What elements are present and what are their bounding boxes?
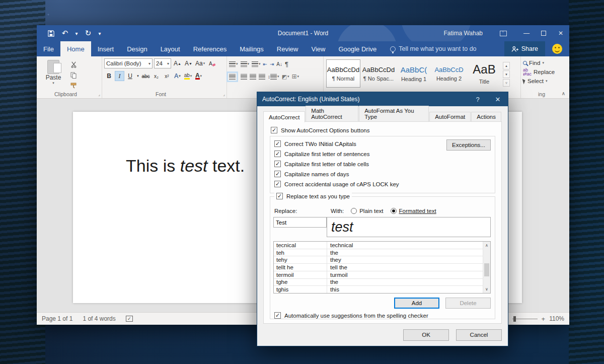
tab-insert[interactable]: Insert xyxy=(91,41,121,56)
subscript-button[interactable]: x₂ xyxy=(152,71,161,81)
change-case-button[interactable]: Aa▾ xyxy=(195,58,205,68)
checkbox-replace-as-you-type[interactable]: ✓ Replace text as you type xyxy=(274,193,352,199)
find-dropdown-icon[interactable]: ▾ xyxy=(542,61,544,65)
select-dropdown-icon[interactable]: ▾ xyxy=(546,79,548,83)
find-button[interactable]: Find ▾ xyxy=(523,58,567,67)
styles-scroll-down-icon[interactable]: ▾ xyxy=(503,70,510,78)
show-paragraph-marks-button[interactable]: ¶ xyxy=(285,60,288,68)
tab-references[interactable]: References xyxy=(187,41,233,56)
page-indicator[interactable]: Page 1 of 1 xyxy=(37,315,78,322)
bullets-button[interactable]: ▾ xyxy=(229,61,238,67)
checkbox-caps-lock[interactable]: ✓ Correct accidental usage of cAPS LOCK … xyxy=(274,181,399,187)
radio-plain-text[interactable]: Plain text xyxy=(351,208,383,214)
replace-button[interactable]: ab⇄ac Replace xyxy=(523,67,567,77)
tell-me-box[interactable]: Tell me what you want to do xyxy=(383,41,483,56)
add-button[interactable]: Add xyxy=(394,298,439,309)
line-spacing-button[interactable]: ↕▾ xyxy=(268,74,279,80)
underline-dropdown-icon[interactable]: ▾ xyxy=(136,71,140,81)
format-painter-icon[interactable] xyxy=(68,81,79,90)
font-size-dropdown-icon[interactable]: ▾ xyxy=(167,61,169,66)
styles-gallery-more-icon[interactable]: ▿ xyxy=(503,79,510,87)
dialog-help-button[interactable]: ? xyxy=(468,92,488,106)
paste-button[interactable]: Paste ▾ xyxy=(39,58,68,90)
font-dialog-launcher-icon[interactable]: ⌟ xyxy=(223,92,225,97)
scroll-up-icon[interactable]: ∧ xyxy=(483,242,490,249)
smiley-feedback-icon[interactable] xyxy=(552,44,562,54)
align-right-button[interactable] xyxy=(250,74,256,80)
tab-math-autocorrect[interactable]: Math AutoCorrect xyxy=(306,106,358,122)
tab-home[interactable]: Home xyxy=(60,41,91,56)
replacement-list[interactable]: tecnicaltechnical tehthe tehythey tellt … xyxy=(273,241,491,294)
ribbon-display-options-icon[interactable] xyxy=(495,25,512,41)
minimize-button[interactable]: — xyxy=(518,25,535,41)
radio-formatted-text[interactable]: Formatted text xyxy=(391,208,436,214)
proofing-status-icon[interactable]: ✓ xyxy=(121,316,138,322)
grow-font-button[interactable]: A▲ xyxy=(173,58,182,68)
replace-input[interactable] xyxy=(273,217,327,228)
checkbox-two-initial-capitals[interactable]: ✓ Correct TWo INitial CApitals xyxy=(274,140,356,147)
tab-autocorrect[interactable]: AutoCorrect xyxy=(263,111,305,122)
scrollbar-thumb[interactable] xyxy=(484,263,489,276)
zoom-in-icon[interactable]: + xyxy=(542,315,546,323)
close-button[interactable]: ✕ xyxy=(552,25,569,41)
font-name-dropdown-icon[interactable]: ▾ xyxy=(148,61,150,66)
style-heading-2[interactable]: AaBbCcD Heading 2 xyxy=(432,59,466,88)
checkbox-capitalize-sentences[interactable]: ✓ Capitalize first letter of sentences xyxy=(274,151,369,157)
delete-button[interactable]: Delete xyxy=(445,298,491,309)
tab-mailings[interactable]: Mailings xyxy=(233,41,270,56)
superscript-button[interactable]: x² xyxy=(162,71,172,81)
undo-dropdown-icon[interactable]: ▾ xyxy=(73,28,80,39)
italic-button[interactable]: I xyxy=(115,71,124,81)
maximize-button[interactable] xyxy=(535,25,552,41)
zoom-slider[interactable] xyxy=(512,319,538,319)
word-count[interactable]: 1 of 4 words xyxy=(78,315,120,322)
checkbox-capitalize-table-cells[interactable]: ✓ Capitalize first letter of table cells xyxy=(274,161,369,167)
borders-button[interactable]: ⊞▾ xyxy=(291,73,299,80)
justify-button[interactable] xyxy=(259,74,265,80)
style-title[interactable]: AaB Title xyxy=(467,59,501,88)
shrink-font-button[interactable]: A▼ xyxy=(184,58,193,68)
checkbox-show-options[interactable]: ✓ Show AutoCorrect Options buttons xyxy=(271,127,369,133)
tab-layout[interactable]: Layout xyxy=(154,41,187,56)
align-center-button[interactable] xyxy=(241,74,247,80)
tab-design[interactable]: Design xyxy=(120,41,154,56)
list-scrollbar[interactable]: ∧ ∨ xyxy=(483,242,490,293)
scroll-down-icon[interactable]: ∨ xyxy=(483,285,490,293)
copy-icon[interactable] xyxy=(68,71,79,80)
tab-google-drive[interactable]: Google Drive xyxy=(332,41,383,56)
tab-file[interactable]: File xyxy=(37,41,60,56)
clear-formatting-button[interactable]: A xyxy=(207,58,216,68)
style-normal[interactable]: AaBbCcDd ¶ Normal xyxy=(326,59,360,88)
bold-button[interactable]: B xyxy=(104,71,114,81)
tab-actions[interactable]: Actions xyxy=(471,112,501,122)
exceptions-button[interactable]: Exceptions... xyxy=(446,139,491,151)
checkbox-capitalize-days[interactable]: ✓ Capitalize names of days xyxy=(274,171,349,177)
styles-scroll-up-icon[interactable]: ▴ xyxy=(503,62,510,69)
zoom-level[interactable]: 110% xyxy=(549,315,564,322)
dialog-close-button[interactable]: ✕ xyxy=(488,92,508,106)
numbering-button[interactable]: ▾ xyxy=(241,61,250,67)
decrease-indent-button[interactable]: ⇤ xyxy=(263,61,267,67)
highlight-color-button[interactable]: ab▾ xyxy=(183,71,193,81)
undo-icon[interactable]: ↶ xyxy=(59,28,71,39)
text-effects-button[interactable]: A▾ xyxy=(173,71,182,81)
cancel-button[interactable]: Cancel xyxy=(456,329,502,341)
font-color-button[interactable]: A▾ xyxy=(194,71,203,81)
paste-dropdown-icon[interactable]: ▾ xyxy=(52,81,54,85)
qat-customize-icon[interactable]: ▾ xyxy=(96,28,103,39)
increase-indent-button[interactable]: ⇥ xyxy=(270,61,274,67)
save-icon[interactable] xyxy=(45,28,57,39)
tab-autoformat-as-you-type[interactable]: AutoFormat As You Type xyxy=(359,106,429,122)
style-no-spacing[interactable]: AaBbCcDd ¶ No Spac... xyxy=(361,59,396,88)
font-name-combo[interactable]: Calibri (Body)▾ xyxy=(104,58,153,68)
multilevel-list-button[interactable]: ▾ xyxy=(252,61,261,67)
font-size-combo[interactable]: 24▾ xyxy=(154,58,171,68)
sort-button[interactable]: A↓ xyxy=(276,61,282,67)
checkbox-spelling-suggestions[interactable]: ✓ Automatically use suggestions from the… xyxy=(274,312,428,319)
align-left-button[interactable] xyxy=(229,74,236,80)
zoom-slider-thumb[interactable] xyxy=(513,316,516,322)
with-input[interactable] xyxy=(327,217,491,237)
strikethrough-button[interactable]: abc xyxy=(141,71,150,81)
ok-button[interactable]: OK xyxy=(403,329,449,341)
collapse-ribbon-icon[interactable]: ∧ xyxy=(562,91,565,96)
